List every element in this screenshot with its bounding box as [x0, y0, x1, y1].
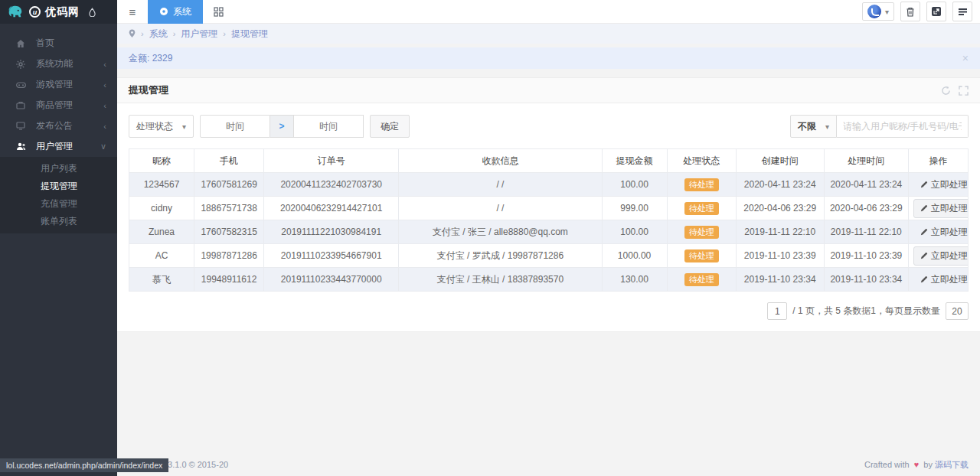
cell-created: 2020-04-11 23:24 — [736, 173, 824, 197]
close-icon[interactable]: × — [962, 52, 969, 64]
cell-action: 立即处理 — [908, 220, 968, 244]
submenu-item-user-list[interactable]: 用户列表 — [0, 160, 117, 178]
search-scope-select[interactable]: 不限 ▾ — [790, 115, 837, 138]
chevron-left-icon: ‹ — [103, 101, 106, 110]
sidebar-item-system-功能[interactable]: 系统功能 ‹ — [0, 54, 117, 74]
breadcrumb-separator: › — [173, 29, 176, 38]
sidebar-item-label: 发布公告 — [36, 119, 73, 132]
pencil-icon — [920, 275, 928, 283]
search-input[interactable] — [837, 115, 969, 138]
cell-action: 立即处理 — [908, 268, 968, 292]
sidebar-item-users[interactable]: 用户管理 ∨ — [0, 136, 117, 157]
cell-created: 2019-11-11 22:10 — [736, 220, 824, 244]
tab-system[interactable]: 系统 — [148, 0, 203, 24]
chevron-left-icon: ‹ — [103, 60, 106, 69]
cell-processed: 2020-04-06 23:29 — [824, 197, 908, 220]
hamburger-menu-icon[interactable]: ≡ — [117, 5, 148, 18]
sidebar-menu: 首页 系统功能 ‹ 游戏管理 ‹ 商品管理 ‹ 发布公告 ‹ — [0, 33, 117, 233]
time-from-input[interactable] — [200, 115, 270, 138]
process-now-button[interactable]: 立即处理 — [913, 246, 969, 266]
sidebar-item-goods[interactable]: 商品管理 ‹ — [0, 95, 117, 116]
process-now-button[interactable]: 立即处理 — [913, 199, 969, 218]
submenu-item-withdraw[interactable]: 提现管理 — [0, 178, 117, 195]
col-header-action: 操作 — [908, 149, 968, 173]
cell-nickname: AC — [129, 244, 194, 268]
footer-by-text: by — [923, 460, 933, 469]
browser-status-tooltip: lol.ucodes.net/admin.php/admin/index/ind… — [0, 458, 168, 472]
clear-cache-button[interactable] — [900, 2, 920, 21]
footer-credit-link[interactable]: 源码下载 — [935, 460, 969, 469]
fullscreen-icon[interactable] — [959, 86, 969, 96]
panel-title: 提现管理 — [129, 83, 168, 97]
location-pin-icon — [129, 29, 136, 38]
cell-processed: 2019-11-10 23:39 — [824, 244, 908, 268]
status-select[interactable]: 处理状态 ▾ — [129, 115, 194, 138]
confirm-button[interactable]: 确定 — [370, 115, 410, 138]
table-row: 1234567 17607581269 20200411232402703730… — [129, 173, 969, 197]
log-list-button[interactable] — [952, 2, 972, 21]
col-header-nickname: 昵称 — [129, 149, 194, 173]
col-header-processed: 处理时间 — [824, 149, 908, 173]
cell-processed: 2019-11-10 23:34 — [824, 268, 908, 292]
breadcrumb-current[interactable]: 提现管理 — [231, 28, 268, 41]
submenu-item-label: 提现管理 — [41, 180, 77, 193]
refresh-icon[interactable] — [941, 86, 951, 96]
process-now-button[interactable]: 立即处理 — [913, 270, 969, 289]
cell-payee: / / — [399, 173, 602, 197]
withdraw-panel: 提现管理 处理状态 ▾ > 确定 — [117, 77, 980, 332]
page-number-input[interactable] — [767, 302, 787, 320]
table-row: AC 19987871286 20191110233954667901 支付宝 … — [129, 244, 969, 268]
grid-apps-icon[interactable] — [214, 7, 224, 17]
elephant-logo-icon — [8, 5, 24, 20]
table-header-row: 昵称 手机 订单号 收款信息 提现金额 处理状态 创建时间 处理时间 操作 — [129, 149, 969, 173]
sidebar-item-notice[interactable]: 发布公告 ‹ — [0, 116, 117, 136]
open-frontend-button[interactable] — [926, 2, 946, 21]
home-icon — [15, 39, 26, 48]
submenu-item-label: 用户列表 — [41, 162, 77, 175]
cell-created: 2020-04-06 23:29 — [736, 197, 824, 220]
time-to-input[interactable] — [293, 115, 364, 138]
panel-body: 处理状态 ▾ > 确定 不限 ▾ — [117, 103, 980, 331]
trash-icon — [906, 7, 915, 17]
user-menu-button[interactable]: ▾ — [862, 2, 894, 21]
breadcrumb-link-user-management[interactable]: 用户管理 — [181, 28, 217, 41]
footer-version: 3.1.0 © 2015-20 — [168, 460, 228, 469]
cell-amount: 999.00 — [602, 197, 667, 220]
gamepad-icon — [15, 81, 26, 89]
cell-status: 待处理 — [667, 220, 736, 244]
topbar-right: ▾ — [862, 2, 980, 21]
cell-phone: 18867571738 — [194, 197, 264, 220]
cell-created: 2019-11-10 23:39 — [736, 244, 824, 268]
logo[interactable]: u 优码网 — [0, 0, 117, 24]
status-badge: 待处理 — [684, 226, 719, 239]
sidebar-item-label: 用户管理 — [36, 140, 73, 153]
dot-circle-icon — [159, 7, 168, 16]
status-badge: 待处理 — [684, 273, 719, 286]
page-size-input[interactable] — [946, 302, 969, 320]
sidebar: u 优码网 首页 系统功能 ‹ 游戏管理 ‹ 商品管理 — [0, 0, 117, 476]
sidebar-item-home[interactable]: 首页 — [0, 33, 117, 54]
sidebar-item-game[interactable]: 游戏管理 ‹ — [0, 74, 117, 95]
submenu-item-recharge[interactable]: 充值管理 — [0, 195, 117, 213]
breadcrumb-link-system[interactable]: 系统 — [149, 28, 168, 41]
sidebar-item-label: 游戏管理 — [36, 78, 73, 91]
app-root: u 优码网 首页 系统功能 ‹ 游戏管理 ‹ 商品管理 — [0, 0, 980, 476]
table-row: cidny 18867571738 20200406232914427101 /… — [129, 197, 969, 220]
process-now-button[interactable]: 立即处理 — [913, 175, 969, 194]
cell-payee: 支付宝 / 张三 / alle8880@qq.com — [399, 220, 602, 244]
col-header-created: 创建时间 — [736, 149, 824, 173]
cell-amount: 1000.00 — [602, 244, 667, 268]
process-now-button[interactable]: 立即处理 — [913, 223, 969, 242]
cell-processed: 2019-11-11 22:10 — [824, 220, 908, 244]
cell-amount: 100.00 — [602, 173, 667, 197]
status-badge: 待处理 — [684, 178, 719, 191]
submenu-item-bills[interactable]: 账单列表 — [0, 213, 117, 230]
cell-action: 立即处理 — [908, 244, 968, 268]
cell-order-no: 20191111221030984191 — [264, 220, 399, 244]
table-row: 慕飞 19948911612 20191110233443770000 支付宝 … — [129, 268, 969, 292]
status-badge: 待处理 — [684, 202, 719, 215]
withdraw-table: 昵称 手机 订单号 收款信息 提现金额 处理状态 创建时间 处理时间 操作 — [129, 148, 969, 292]
briefcase-icon — [15, 101, 26, 109]
cell-action: 立即处理 — [908, 197, 968, 220]
footer: 源码下载 3.1.0 © 2015-20 Crafted with ♥ by 源… — [117, 453, 980, 476]
